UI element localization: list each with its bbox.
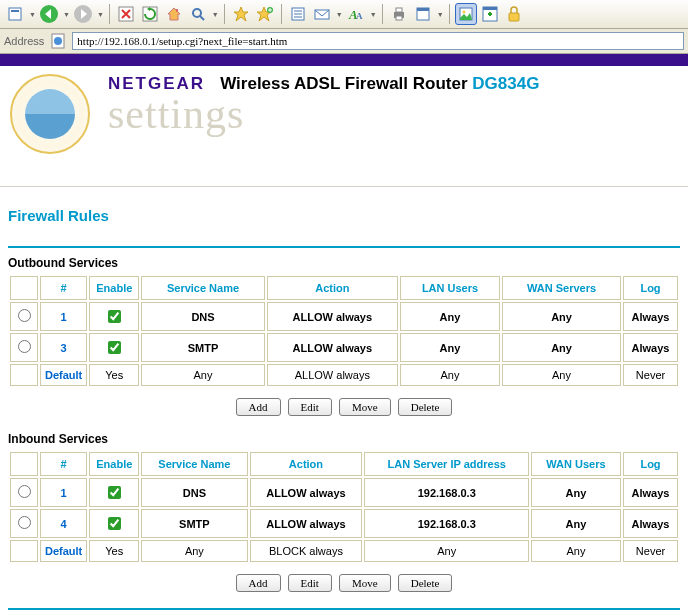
row-select-radio[interactable] bbox=[18, 340, 31, 353]
chevron-down-icon[interactable]: ▼ bbox=[97, 11, 104, 18]
lan-cell: Any bbox=[400, 364, 500, 386]
file-menu-icon[interactable] bbox=[4, 3, 26, 25]
rule-number[interactable]: 4 bbox=[40, 509, 87, 538]
default-label[interactable]: Default bbox=[40, 364, 87, 386]
page-header: NETGEAR Wireless ADSL Firewall Router DG… bbox=[0, 66, 688, 172]
enable-cell: Yes bbox=[89, 364, 139, 386]
action-cell: ALLOW always bbox=[267, 333, 398, 362]
row-select-radio[interactable] bbox=[18, 516, 31, 529]
lan-cell: 192.168.0.3 bbox=[364, 478, 529, 507]
chevron-down-icon[interactable]: ▼ bbox=[212, 11, 219, 18]
svg-text:A: A bbox=[356, 11, 363, 21]
lan-cell: Any bbox=[364, 540, 529, 562]
wan-cell: Any bbox=[502, 364, 621, 386]
col-service: Service Name bbox=[141, 276, 264, 300]
outbound-table: # Enable Service Name Action LAN Users W… bbox=[8, 274, 680, 388]
col-enable: Enable bbox=[89, 452, 139, 476]
forward-button[interactable] bbox=[72, 3, 94, 25]
svg-rect-21 bbox=[417, 8, 429, 11]
main-content: Firewall Rules Outbound Services # Enabl… bbox=[0, 201, 688, 615]
rule-number[interactable]: 1 bbox=[40, 478, 87, 507]
images-button[interactable] bbox=[455, 3, 477, 25]
edit-button[interactable]: Edit bbox=[288, 574, 332, 592]
svg-rect-26 bbox=[509, 13, 519, 21]
svg-rect-25 bbox=[483, 7, 497, 10]
chevron-down-icon[interactable]: ▼ bbox=[370, 11, 377, 18]
col-log: Log bbox=[623, 276, 678, 300]
move-button[interactable]: Move bbox=[339, 398, 391, 416]
rule-number[interactable]: 3 bbox=[40, 333, 87, 362]
service-cell: SMTP bbox=[141, 333, 264, 362]
col-action: Action bbox=[267, 276, 398, 300]
page-title: Firewall Rules bbox=[8, 201, 680, 246]
svg-rect-1 bbox=[11, 10, 19, 12]
service-cell: DNS bbox=[141, 302, 264, 331]
svg-point-7 bbox=[193, 9, 201, 17]
service-cell: Any bbox=[141, 540, 247, 562]
back-button[interactable] bbox=[38, 3, 60, 25]
header-accent-bar bbox=[0, 54, 688, 66]
log-cell: Always bbox=[623, 509, 678, 538]
col-select bbox=[10, 276, 38, 300]
enable-checkbox[interactable] bbox=[108, 517, 121, 530]
font-button[interactable]: AA bbox=[345, 3, 367, 25]
edit-button[interactable]: Edit bbox=[288, 398, 332, 416]
enable-checkbox[interactable] bbox=[108, 310, 121, 323]
row-select-radio[interactable] bbox=[18, 485, 31, 498]
rule-number[interactable]: 1 bbox=[40, 302, 87, 331]
table-row: 1 DNS ALLOW always Any Any Always bbox=[10, 302, 678, 331]
row-select-radio[interactable] bbox=[18, 309, 31, 322]
delete-button[interactable]: Delete bbox=[398, 574, 453, 592]
url-input[interactable] bbox=[72, 32, 684, 50]
wan-cell: Any bbox=[531, 478, 621, 507]
history-button[interactable] bbox=[287, 3, 309, 25]
svg-rect-0 bbox=[9, 8, 21, 20]
product-name: Wireless ADSL Firewall Router DG834G bbox=[220, 74, 539, 94]
chevron-down-icon[interactable]: ▼ bbox=[63, 11, 70, 18]
lock-icon bbox=[503, 3, 525, 25]
col-num: # bbox=[40, 276, 87, 300]
wan-cell: Any bbox=[502, 302, 621, 331]
enable-checkbox[interactable] bbox=[108, 486, 121, 499]
table-header-row: # Enable Service Name Action LAN Server … bbox=[10, 452, 678, 476]
chevron-down-icon[interactable]: ▼ bbox=[437, 11, 444, 18]
lan-cell: Any bbox=[400, 302, 500, 331]
outbound-section-title: Outbound Services bbox=[8, 256, 680, 270]
move-button[interactable]: Move bbox=[339, 574, 391, 592]
default-label[interactable]: Default bbox=[40, 540, 87, 562]
browser-toolbar: ▼ ▼ ▼ ▼ ▼ AA▼ ▼ bbox=[0, 0, 688, 29]
favorites-button[interactable] bbox=[230, 3, 252, 25]
enable-checkbox[interactable] bbox=[108, 341, 121, 354]
service-cell: Any bbox=[141, 364, 264, 386]
col-num: # bbox=[40, 452, 87, 476]
inbound-section-title: Inbound Services bbox=[8, 432, 680, 446]
add-button[interactable]: Add bbox=[236, 574, 281, 592]
chevron-down-icon[interactable]: ▼ bbox=[29, 11, 36, 18]
fullscreen-button[interactable] bbox=[479, 3, 501, 25]
print-button[interactable] bbox=[388, 3, 410, 25]
col-service: Service Name bbox=[141, 452, 247, 476]
stop-button[interactable] bbox=[115, 3, 137, 25]
add-button[interactable]: Add bbox=[236, 398, 281, 416]
settings-subtitle: settings bbox=[108, 90, 539, 138]
home-button[interactable] bbox=[163, 3, 185, 25]
col-lan: LAN Users bbox=[400, 276, 500, 300]
edit-button[interactable] bbox=[412, 3, 434, 25]
log-cell: Always bbox=[623, 302, 678, 331]
add-favorite-button[interactable] bbox=[254, 3, 276, 25]
delete-button[interactable]: Delete bbox=[398, 398, 453, 416]
col-action: Action bbox=[250, 452, 363, 476]
inbound-table: # Enable Service Name Action LAN Server … bbox=[8, 450, 680, 564]
outbound-button-row: Add Edit Move Delete bbox=[8, 398, 680, 416]
svg-point-23 bbox=[462, 11, 465, 14]
log-cell: Always bbox=[623, 333, 678, 362]
chevron-down-icon[interactable]: ▼ bbox=[336, 11, 343, 18]
page-icon bbox=[50, 33, 66, 49]
service-cell: DNS bbox=[141, 478, 247, 507]
refresh-button[interactable] bbox=[139, 3, 161, 25]
table-row: 3 SMTP ALLOW always Any Any Always bbox=[10, 333, 678, 362]
table-row: 1 DNS ALLOW always 192.168.0.3 Any Alway… bbox=[10, 478, 678, 507]
mail-button[interactable] bbox=[311, 3, 333, 25]
search-button[interactable] bbox=[187, 3, 209, 25]
svg-rect-19 bbox=[396, 16, 402, 20]
